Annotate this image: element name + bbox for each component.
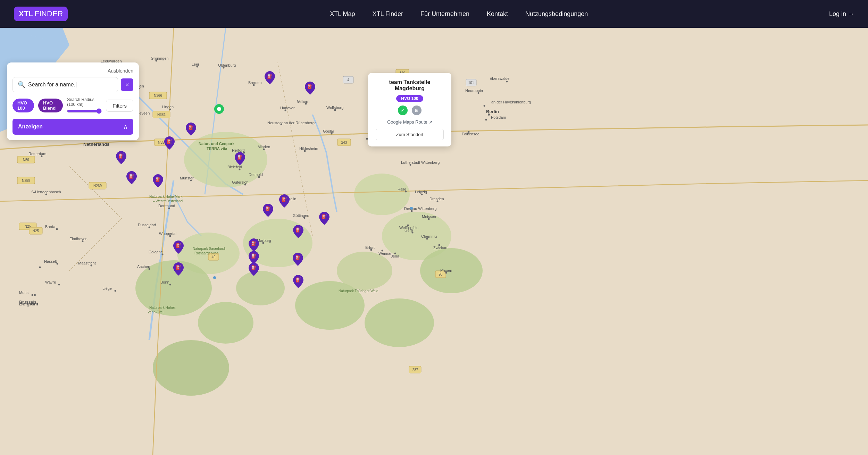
svg-text:⛽: ⛽ xyxy=(251,253,257,259)
logo[interactable]: XTL FINDER xyxy=(14,7,68,21)
anzeigen-row[interactable]: Anzeigen ∧ xyxy=(12,119,133,135)
svg-text:Natur- und Geopark: Natur- und Geopark xyxy=(199,142,235,146)
fuel-pin-12[interactable]: ⛽ xyxy=(293,225,303,239)
svg-point-186 xyxy=(213,276,216,279)
radius-slider[interactable] xyxy=(67,108,102,114)
svg-text:N258: N258 xyxy=(22,179,30,183)
svg-text:⛽: ⛽ xyxy=(129,173,135,179)
radius-label: Search Radius (100 km) xyxy=(67,97,102,107)
zum-standort-button[interactable]: Zum Standort xyxy=(376,129,444,140)
fuel-pin-8[interactable]: ⛽ xyxy=(153,174,163,189)
clear-button[interactable]: × xyxy=(121,78,133,91)
svg-text:Hanover: Hanover xyxy=(280,106,295,110)
search-row: 🔍 × xyxy=(12,77,133,92)
fuel-pin-14[interactable]: ⛽ xyxy=(173,241,184,255)
svg-text:Minden: Minden xyxy=(258,145,270,149)
green-pin[interactable] xyxy=(214,104,224,117)
svg-text:⛽: ⛽ xyxy=(176,264,182,270)
search-input-wrap: 🔍 xyxy=(12,77,118,92)
svg-text:N366: N366 xyxy=(154,94,162,98)
svg-text:Münster: Münster xyxy=(180,176,194,180)
svg-text:S-Hertogenbosch: S-Hertogenbosch xyxy=(31,190,61,194)
svg-point-144 xyxy=(366,138,368,140)
fuel-pin-19[interactable]: ⛽ xyxy=(293,275,303,289)
svg-text:N381: N381 xyxy=(157,113,166,117)
fuel-pin-1[interactable]: ⛽ xyxy=(265,71,275,86)
svg-text:Dresden: Dresden xyxy=(429,197,444,201)
hvoblend-tag[interactable]: HVO Blend xyxy=(38,99,63,112)
svg-text:Oldenburg: Oldenburg xyxy=(218,63,236,67)
svg-text:Rothaargebirge: Rothaargebirge xyxy=(194,251,218,255)
svg-text:Plauen: Plauen xyxy=(440,268,452,272)
search-icon: 🔍 xyxy=(18,81,25,89)
fuel-pin-18[interactable]: ⛽ xyxy=(173,262,184,277)
nav-xtl-finder[interactable]: XTL Finder xyxy=(373,10,403,18)
svg-text:Potsdam: Potsdam xyxy=(491,115,506,119)
hvo100-tag[interactable]: HVO 100 xyxy=(12,99,34,112)
svg-point-185 xyxy=(410,207,413,210)
fuel-pin-11[interactable]: ⛽ xyxy=(319,212,329,226)
nav-links: XTL Map XTL Finder Für Unternehmen Konta… xyxy=(89,10,829,18)
svg-point-13 xyxy=(153,340,229,396)
svg-point-65 xyxy=(32,294,33,296)
svg-text:⛽: ⛽ xyxy=(251,265,257,271)
svg-text:Leipzig: Leipzig xyxy=(415,190,427,194)
fuel-pin-2[interactable]: ⛽ xyxy=(305,82,315,96)
radius-wrap: Search Radius (100 km) xyxy=(67,97,102,114)
fuel-pin-5[interactable]: ⛽ xyxy=(116,151,126,166)
google-maps-link[interactable]: Google Maps Route ↗ xyxy=(376,119,444,125)
svg-text:Halle: Halle xyxy=(398,187,406,191)
svg-point-68 xyxy=(34,294,36,296)
svg-text:TERRA vita: TERRA vita xyxy=(207,146,227,151)
popup-badge: HVO 100 xyxy=(396,95,423,102)
svg-point-8 xyxy=(295,281,365,330)
fuel-pin-3[interactable]: ⛽ xyxy=(186,123,196,137)
svg-text:⛽: ⛽ xyxy=(167,138,173,144)
svg-text:Marburg: Marburg xyxy=(257,238,271,243)
nav-fur-unternehmen[interactable]: Für Unternehmen xyxy=(420,10,469,18)
ausblenden-button[interactable]: Ausblenden xyxy=(108,68,133,74)
fuel-pin-4[interactable]: ⛽ xyxy=(164,136,175,151)
fuel-pin-7[interactable]: ⛽ xyxy=(126,171,137,186)
svg-text:Cologne: Cologne xyxy=(149,250,163,254)
svg-text:Hildesheim: Hildesheim xyxy=(299,146,318,151)
svg-point-149 xyxy=(488,113,490,116)
svg-text:Leer: Leer xyxy=(192,62,199,66)
grid-symbol: ⊞ xyxy=(415,108,418,113)
svg-text:Venn-Eifel: Venn-Eifel xyxy=(148,310,164,314)
svg-text:Dortmund: Dortmund xyxy=(158,204,175,208)
filter-row: HVO 100 HVO Blend Search Radius (100 km)… xyxy=(12,97,133,114)
fuel-pin-17[interactable]: ⛽ xyxy=(249,263,259,277)
svg-text:Bremen: Bremen xyxy=(248,81,262,85)
fuel-pin-16[interactable]: ⛽ xyxy=(293,253,303,267)
fuel-pin-9[interactable]: ⛽ xyxy=(279,194,290,209)
filters-button[interactable]: Filters xyxy=(106,100,133,112)
svg-text:Detmold: Detmold xyxy=(249,172,263,177)
logo-finder: FINDER xyxy=(35,9,63,18)
svg-point-147 xyxy=(478,92,479,94)
nav-xtl-map[interactable]: XTL Map xyxy=(330,10,355,18)
svg-point-158 xyxy=(484,105,485,107)
nav-kontakt[interactable]: Kontakt xyxy=(487,10,508,18)
svg-text:Zwickau: Zwickau xyxy=(433,246,447,250)
svg-text:Mons: Mons xyxy=(19,290,28,295)
svg-text:243: 243 xyxy=(341,141,347,144)
svg-text:Bonn: Bonn xyxy=(160,280,169,284)
fuel-pin-10[interactable]: ⛽ xyxy=(263,204,273,218)
svg-text:Breda: Breda xyxy=(45,225,56,229)
svg-text:Falkensee: Falkensee xyxy=(462,132,479,136)
svg-point-5 xyxy=(354,174,410,215)
fuel-pin-6[interactable]: ⛽ xyxy=(235,152,245,167)
svg-point-9 xyxy=(337,252,392,290)
map-container[interactable]: N59 N258 N381 N366 N35 N269 N25 N25 243 … xyxy=(0,28,868,455)
nav-nutzungsbedingungen[interactable]: Nutzungsbedingungen xyxy=(525,10,588,18)
external-link-icon: ↗ xyxy=(429,120,432,125)
search-input[interactable] xyxy=(28,82,113,88)
svg-text:Weimar: Weimar xyxy=(378,251,392,255)
svg-text:⛽: ⛽ xyxy=(267,73,273,79)
svg-text:⛽: ⛽ xyxy=(282,196,287,202)
svg-text:Wavre: Wavre xyxy=(45,280,56,284)
svg-text:93: 93 xyxy=(439,272,443,276)
svg-point-63 xyxy=(58,284,60,286)
login-button[interactable]: Log in → xyxy=(829,10,854,18)
